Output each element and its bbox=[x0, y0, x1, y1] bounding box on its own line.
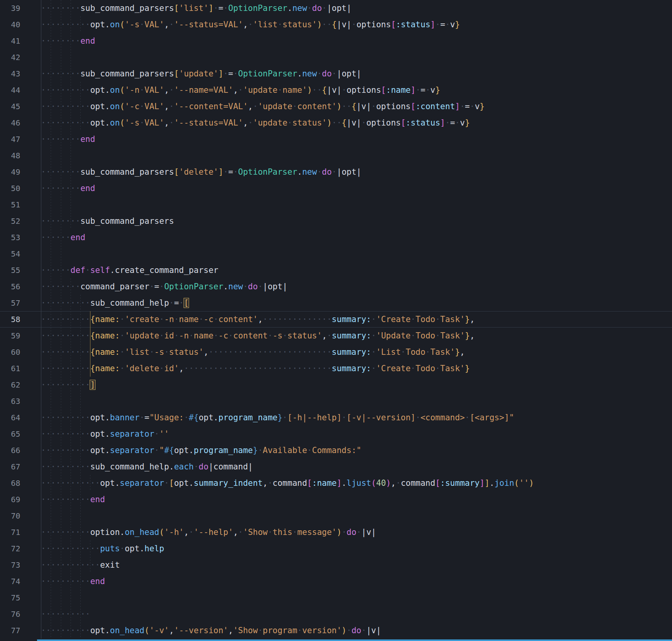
line-number[interactable]: 55 bbox=[0, 262, 20, 278]
line-number[interactable]: 69 bbox=[0, 491, 20, 508]
code-token: ( bbox=[145, 626, 150, 635]
line-number[interactable]: 57 bbox=[0, 295, 20, 311]
line-number[interactable]: 43 bbox=[0, 66, 20, 82]
line-number[interactable]: 72 bbox=[0, 540, 20, 557]
whitespace-dots: · bbox=[184, 413, 189, 422]
code-line[interactable]: 41········end bbox=[0, 33, 672, 49]
line-number[interactable]: 53 bbox=[0, 229, 20, 246]
code-token: } bbox=[278, 413, 283, 422]
code-text: ········command_parser·=·OptionParser.ne… bbox=[41, 278, 287, 295]
code-line[interactable]: 48 bbox=[0, 147, 672, 164]
code-line[interactable]: 46··········opt.on('-s·VAL',·'--status=V… bbox=[0, 115, 672, 131]
code-line[interactable]: 42 bbox=[0, 49, 672, 66]
code-token: , bbox=[179, 364, 184, 373]
line-number[interactable]: 44 bbox=[0, 82, 20, 98]
code-line[interactable]: 63 bbox=[0, 393, 672, 409]
code-text: ············puts·opt.help bbox=[41, 540, 164, 557]
code-line[interactable]: 54 bbox=[0, 246, 672, 262]
code-line[interactable]: 68············opt.separator·[opt.summary… bbox=[0, 475, 672, 491]
whitespace-dots: · bbox=[332, 167, 337, 177]
code-line[interactable]: 40··········opt.on('-s·VAL',·'--status=V… bbox=[0, 16, 672, 33]
code-line[interactable]: 53······end bbox=[0, 229, 672, 246]
line-number[interactable]: 56 bbox=[0, 278, 20, 295]
code-line[interactable]: 67··········sub_command_help.each·do|com… bbox=[0, 459, 672, 475]
code-token: ljust bbox=[347, 478, 371, 488]
code-token: on bbox=[110, 85, 120, 95]
code-line[interactable]: 58··········{name:·'create·-n·name·-c·co… bbox=[0, 311, 672, 328]
line-number[interactable]: 49 bbox=[0, 164, 20, 180]
line-number[interactable]: 41 bbox=[0, 33, 20, 49]
line-number[interactable]: 76 bbox=[0, 606, 20, 622]
code-line[interactable]: 39········sub_command_parsers['list']·=·… bbox=[0, 0, 672, 16]
code-token: , bbox=[470, 331, 475, 340]
line-number[interactable]: 59 bbox=[0, 328, 20, 344]
line-number[interactable]: 65 bbox=[0, 426, 20, 442]
line-number[interactable]: 68 bbox=[0, 475, 20, 491]
code-text: ·········· bbox=[41, 606, 90, 622]
line-number[interactable]: 63 bbox=[0, 393, 20, 409]
line-number[interactable]: 70 bbox=[0, 508, 20, 524]
indent-guide bbox=[41, 147, 41, 164]
code-line[interactable]: 60··········{name:·'list·-s·status',····… bbox=[0, 344, 672, 360]
code-line[interactable]: 64··········opt.banner·="Usage:·#{opt.pr… bbox=[0, 409, 672, 426]
code-line[interactable]: 47········end bbox=[0, 131, 672, 147]
line-number[interactable]: 77 bbox=[0, 622, 20, 639]
line-number[interactable]: 48 bbox=[0, 147, 20, 164]
code-line[interactable]: 50········end bbox=[0, 180, 672, 197]
line-number[interactable]: 54 bbox=[0, 246, 20, 262]
code-line[interactable]: 70 bbox=[0, 508, 672, 524]
code-line[interactable]: 59··········{name:·'update·id·-n·name·-c… bbox=[0, 328, 672, 344]
line-number[interactable]: 66 bbox=[0, 442, 20, 459]
code-line[interactable]: 52········sub_command_parsers bbox=[0, 213, 672, 229]
code-token: ,·command bbox=[263, 478, 307, 488]
line-number[interactable]: 61 bbox=[0, 360, 20, 377]
line-number[interactable]: 75 bbox=[0, 590, 20, 606]
code-line[interactable]: 75 bbox=[0, 590, 672, 606]
line-number[interactable]: 45 bbox=[0, 98, 20, 115]
code-line[interactable]: 74··········end bbox=[0, 573, 672, 590]
code-text: ······end bbox=[41, 229, 85, 246]
code-line[interactable]: 61··········{name:·'delete·id',·········… bbox=[0, 360, 672, 377]
line-number[interactable]: 52 bbox=[0, 213, 20, 229]
line-number[interactable]: 40 bbox=[0, 16, 20, 33]
code-editor[interactable]: 39········sub_command_parsers['list']·=·… bbox=[0, 0, 672, 641]
code-line[interactable]: 65··········opt.separator·'' bbox=[0, 426, 672, 442]
code-token: { bbox=[90, 331, 95, 340]
line-number[interactable]: 67 bbox=[0, 459, 20, 475]
code-line[interactable]: 57··········sub_command_help·=·[ bbox=[0, 295, 672, 311]
whitespace-dots: ·········· bbox=[41, 364, 90, 373]
code-line[interactable]: 55······def·self.create_command_parser bbox=[0, 262, 672, 278]
code-line[interactable]: 56········command_parser·=·OptionParser.… bbox=[0, 278, 672, 295]
code-line[interactable]: 72············puts·opt.help bbox=[0, 540, 672, 557]
code-text: ········sub_command_parsers['update']·=·… bbox=[41, 66, 361, 82]
line-number[interactable]: 58 bbox=[0, 311, 20, 328]
code-token: } bbox=[435, 85, 440, 95]
line-number[interactable]: 46 bbox=[0, 115, 20, 131]
whitespace-dots: · bbox=[159, 331, 164, 340]
code-line[interactable]: 43········sub_command_parsers['update']·… bbox=[0, 66, 672, 82]
code-line[interactable]: 62··········] bbox=[0, 377, 672, 393]
line-number[interactable]: 50 bbox=[0, 180, 20, 197]
code-token: ·|opt| bbox=[332, 69, 361, 78]
code-line[interactable]: 66··········opt.separator·"#{opt.program… bbox=[0, 442, 672, 459]
line-number[interactable]: 60 bbox=[0, 344, 20, 360]
line-number[interactable]: 39 bbox=[0, 0, 20, 16]
code-line[interactable]: 44··········opt.on('-n·VAL',·'--name=VAL… bbox=[0, 82, 672, 98]
code-line[interactable]: 69··········end bbox=[0, 491, 672, 508]
line-number[interactable]: 51 bbox=[0, 197, 20, 213]
line-number[interactable]: 73 bbox=[0, 557, 20, 573]
line-number[interactable]: 62 bbox=[0, 377, 20, 393]
line-number[interactable]: 42 bbox=[0, 49, 20, 66]
code-line[interactable]: 45··········opt.on('-c·VAL',·'--content=… bbox=[0, 98, 672, 115]
line-number[interactable]: 71 bbox=[0, 524, 20, 540]
code-line[interactable]: 76·········· bbox=[0, 606, 672, 622]
line-number[interactable]: 64 bbox=[0, 409, 20, 426]
line-number[interactable]: 47 bbox=[0, 131, 20, 147]
code-line[interactable]: 73············exit bbox=[0, 557, 672, 573]
line-number[interactable]: 74 bbox=[0, 573, 20, 590]
code-token: summary: bbox=[332, 331, 371, 340]
code-line[interactable]: 71··········option.on_head('-h',·'--help… bbox=[0, 524, 672, 540]
code-line[interactable]: 49········sub_command_parsers['delete']·… bbox=[0, 164, 672, 180]
code-line[interactable]: 77··········opt.on_head('-v','--version'… bbox=[0, 622, 672, 639]
code-line[interactable]: 51 bbox=[0, 197, 672, 213]
